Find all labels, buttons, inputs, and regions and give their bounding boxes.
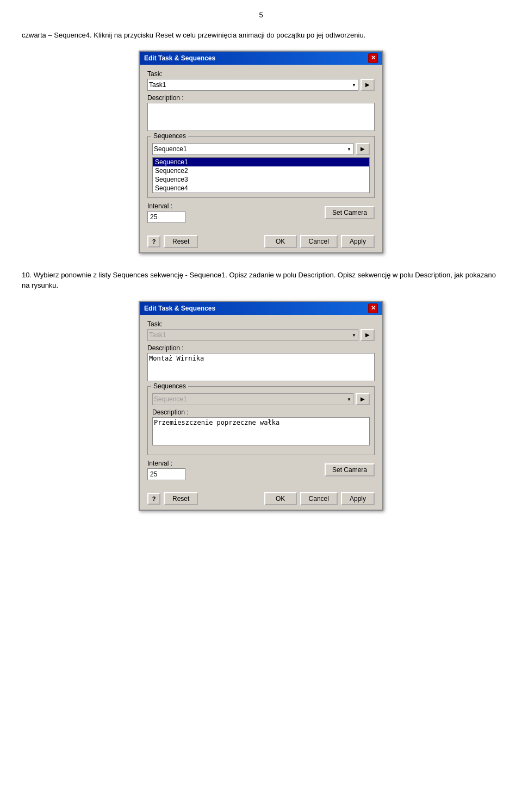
- dialog2-cancel-button[interactable]: Cancel: [300, 492, 338, 505]
- paragraph-1: czwarta – Sequence4. Kliknij na przycisk…: [22, 30, 500, 41]
- dialog1-listbox-item-sequence1[interactable]: Sequence1: [153, 158, 369, 166]
- dialog2-sequences-group: Sequences Sequence1 ▶ Description : P: [147, 386, 375, 455]
- page-number: 5: [22, 11, 500, 19]
- dialog2-sequence-play-button[interactable]: ▶: [356, 393, 370, 405]
- dialog2-titlebar: Edit Task & Sequences ✕: [140, 302, 382, 315]
- dialog1-interval-row: Interval : Set Camera: [147, 202, 375, 223]
- dialog2-set-camera-button[interactable]: Set Camera: [325, 463, 375, 476]
- dialog2-interval-input[interactable]: [147, 468, 185, 480]
- dialog1-sequence-input-row: Sequence1 Sequence2 Sequence3 Sequence4 …: [152, 143, 370, 155]
- dialog1-title: Edit Task & Sequences: [144, 54, 215, 62]
- dialog2-interval-label: Interval :: [147, 460, 185, 467]
- dialog2: Edit Task & Sequences ✕ Task: Task1: [139, 301, 383, 511]
- dialog2-seq-description-row: Description : Przemieszczenie poprzeczne…: [152, 408, 370, 447]
- dialog1-close-button[interactable]: ✕: [368, 53, 378, 63]
- dialog1-sequences-group: Sequences Sequence1 Sequence2 Sequence3 …: [147, 136, 375, 198]
- dialog1-set-camera-button[interactable]: Set Camera: [325, 206, 375, 219]
- dialog1-interval-label: Interval :: [147, 202, 185, 210]
- dialog1-listbox-item-sequence3[interactable]: Sequence3: [153, 175, 369, 184]
- dialog1-sequence-select-wrapper: Sequence1 Sequence2 Sequence3 Sequence4: [152, 143, 353, 155]
- dialog1-description-row: Description :: [147, 94, 375, 133]
- dialog1-task-input-row: Task1 ▶: [147, 79, 375, 91]
- dialog2-task-select-wrapper: Task1: [147, 329, 358, 341]
- dialog2-interval-section: Interval :: [147, 460, 185, 480]
- dialog2-description-textarea[interactable]: Montaż Wirnika: [147, 353, 375, 381]
- dialog1-listbox-item-sequence2[interactable]: Sequence2: [153, 166, 369, 175]
- dialog1-titlebar: Edit Task & Sequences ✕: [140, 52, 382, 65]
- dialog1-task-select[interactable]: Task1: [147, 79, 358, 91]
- dialog2-description-label: Description :: [147, 344, 375, 352]
- dialog1-sequence-select[interactable]: Sequence1 Sequence2 Sequence3 Sequence4: [152, 143, 353, 155]
- dialog1-interval-input[interactable]: [147, 211, 185, 223]
- dialog1-interval-section: Interval :: [147, 202, 185, 223]
- dialog1-description-textarea[interactable]: [147, 103, 375, 131]
- dialog1-sequences-legend: Sequences: [151, 132, 188, 140]
- dialog1-body: Task: Task1 ▶ Description :: [140, 65, 382, 232]
- dialog2-sequence-input-row: Sequence1 ▶: [152, 393, 370, 405]
- dialog1-help-button[interactable]: ?: [147, 235, 160, 247]
- dialog2-seq-description-label: Description :: [152, 408, 370, 416]
- dialog2-task-select: Task1: [147, 329, 358, 341]
- dialog2-sequence-select-wrapper: Sequence1: [152, 393, 353, 405]
- dialog2-sequences-legend: Sequences: [151, 382, 188, 390]
- dialog1-reset-button[interactable]: Reset: [164, 235, 198, 248]
- dialog2-ok-button[interactable]: OK: [264, 492, 297, 505]
- dialog1-sequence-play-button[interactable]: ▶: [356, 143, 370, 155]
- dialog1-ok-button[interactable]: OK: [264, 235, 297, 248]
- dialog2-title: Edit Task & Sequences: [144, 305, 215, 312]
- dialog1-task-play-button[interactable]: ▶: [361, 79, 375, 91]
- dialog2-task-play-button[interactable]: ▶: [361, 329, 375, 341]
- dialog2-close-button[interactable]: ✕: [368, 303, 378, 313]
- dialog2-task-row: Task: Task1 ▶: [147, 320, 375, 341]
- dialog2-footer: ? Reset OK Cancel Apply: [140, 489, 382, 510]
- dialog1: Edit Task & Sequences ✕ Task: Task1: [139, 51, 383, 253]
- dialog2-description-row: Description : Montaż Wirnika: [147, 344, 375, 383]
- dialog1-container: Edit Task & Sequences ✕ Task: Task1: [22, 51, 500, 253]
- paragraph-2: 10. Wybierz ponownie z listy Sequences s…: [22, 270, 500, 291]
- dialog2-task-input-row: Task1 ▶: [147, 329, 375, 341]
- dialog1-task-select-wrapper: Task1: [147, 79, 358, 91]
- dialog2-help-button[interactable]: ?: [147, 493, 160, 505]
- dialog1-listbox-item-sequence4[interactable]: Sequence4: [153, 184, 369, 193]
- dialog1-cancel-button[interactable]: Cancel: [300, 235, 338, 248]
- dialog1-sequence-listbox: Sequence1 Sequence2 Sequence3 Sequence4: [152, 157, 370, 193]
- dialog1-task-label: Task:: [147, 70, 375, 78]
- dialog2-body: Task: Task1 ▶ Description : Montaż Wirni…: [140, 315, 382, 489]
- dialog2-container: Edit Task & Sequences ✕ Task: Task1: [22, 301, 500, 511]
- dialog1-task-row: Task: Task1 ▶: [147, 70, 375, 91]
- dialog2-sequence-select: Sequence1: [152, 393, 353, 405]
- dialog2-apply-button[interactable]: Apply: [341, 492, 375, 505]
- dialog2-reset-button[interactable]: Reset: [164, 492, 198, 505]
- dialog2-interval-row: Interval : Set Camera: [147, 460, 375, 480]
- dialog2-task-label: Task:: [147, 320, 375, 328]
- dialog1-footer: ? Reset OK Cancel Apply: [140, 232, 382, 252]
- dialog2-seq-description-textarea[interactable]: Przemieszczenie poprzeczne wałka: [152, 417, 370, 445]
- dialog1-description-label: Description :: [147, 94, 375, 102]
- dialog1-apply-button[interactable]: Apply: [341, 235, 375, 248]
